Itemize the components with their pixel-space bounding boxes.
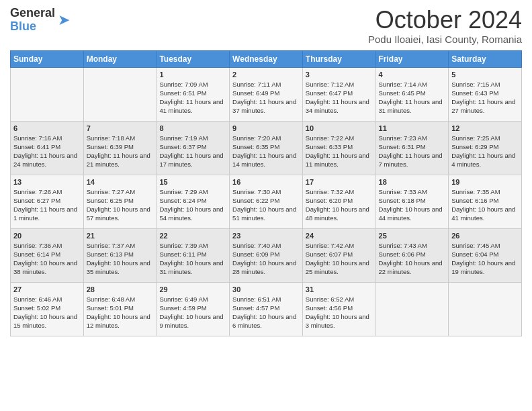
header-saturday: Saturday — [449, 50, 522, 67]
day-info: Sunrise: 7:33 AMSunset: 6:18 PMDaylight:… — [379, 187, 446, 223]
calendar-cell — [11, 67, 84, 121]
header: General Blue ➤ October 2024 Podu Iloaiei… — [10, 7, 522, 45]
day-number: 4 — [379, 71, 446, 79]
day-info: Sunrise: 7:37 AMSunset: 6:13 PMDaylight:… — [87, 241, 154, 277]
calendar-cell: 26Sunrise: 7:45 AMSunset: 6:04 PMDayligh… — [449, 228, 522, 282]
day-info: Sunrise: 7:18 AMSunset: 6:39 PMDaylight:… — [87, 134, 154, 169]
location-text: Podu Iloaiei, Iasi County, Romania — [368, 34, 522, 45]
day-info: Sunrise: 6:51 AMSunset: 4:57 PMDaylight:… — [232, 295, 300, 330]
day-info: Sunrise: 7:16 AMSunset: 6:41 PMDaylight:… — [13, 134, 81, 169]
day-info: Sunrise: 7:30 AMSunset: 6:22 PMDaylight:… — [232, 187, 300, 223]
day-info: Sunrise: 7:42 AMSunset: 6:07 PMDaylight:… — [306, 241, 373, 277]
calendar-cell: 24Sunrise: 7:42 AMSunset: 6:07 PMDayligh… — [302, 228, 375, 282]
calendar-cell: 21Sunrise: 7:37 AMSunset: 6:13 PMDayligh… — [83, 228, 157, 282]
day-info: Sunrise: 7:23 AMSunset: 6:31 PMDaylight:… — [379, 134, 446, 169]
calendar-cell: 12Sunrise: 7:25 AMSunset: 6:29 PMDayligh… — [449, 121, 522, 175]
logo-blue-text: Blue — [10, 19, 36, 33]
week-row-1: 1Sunrise: 7:09 AMSunset: 6:51 PMDaylight… — [11, 67, 522, 121]
calendar-cell: 10Sunrise: 7:22 AMSunset: 6:33 PMDayligh… — [302, 121, 375, 175]
calendar-cell: 23Sunrise: 7:40 AMSunset: 6:09 PMDayligh… — [230, 228, 303, 282]
day-info: Sunrise: 7:35 AMSunset: 6:16 PMDaylight:… — [451, 187, 519, 223]
day-number: 6 — [13, 124, 81, 132]
calendar-cell: 31Sunrise: 6:52 AMSunset: 4:56 PMDayligh… — [302, 282, 375, 336]
day-number: 8 — [159, 124, 226, 132]
day-number: 11 — [379, 124, 446, 132]
day-number: 3 — [306, 71, 373, 79]
day-number: 14 — [87, 178, 154, 186]
calendar-cell — [83, 67, 157, 121]
day-number: 2 — [232, 71, 300, 79]
day-number: 17 — [306, 178, 373, 186]
day-info: Sunrise: 7:45 AMSunset: 6:04 PMDaylight:… — [451, 241, 519, 277]
week-row-3: 13Sunrise: 7:26 AMSunset: 6:27 PMDayligh… — [11, 175, 522, 228]
calendar-cell: 6Sunrise: 7:16 AMSunset: 6:41 PMDaylight… — [11, 121, 84, 175]
calendar-cell: 18Sunrise: 7:33 AMSunset: 6:18 PMDayligh… — [375, 175, 449, 228]
day-number: 28 — [87, 285, 154, 293]
main-container: General Blue ➤ October 2024 Podu Iloaiei… — [0, 0, 532, 343]
day-info: Sunrise: 7:39 AMSunset: 6:11 PMDaylight:… — [159, 241, 226, 277]
day-number: 23 — [232, 232, 300, 240]
month-title: October 2024 — [368, 7, 522, 34]
day-info: Sunrise: 7:26 AMSunset: 6:27 PMDaylight:… — [13, 187, 81, 223]
day-info: Sunrise: 7:36 AMSunset: 6:14 PMDaylight:… — [13, 241, 81, 277]
header-sunday: Sunday — [11, 50, 84, 67]
calendar-table: Sunday Monday Tuesday Wednesday Thursday… — [10, 50, 522, 336]
day-number: 21 — [87, 232, 154, 240]
calendar-cell: 20Sunrise: 7:36 AMSunset: 6:14 PMDayligh… — [11, 228, 84, 282]
day-info: Sunrise: 6:52 AMSunset: 4:56 PMDaylight:… — [306, 295, 373, 330]
calendar-cell: 5Sunrise: 7:15 AMSunset: 6:43 PMDaylight… — [449, 67, 522, 121]
calendar-cell: 28Sunrise: 6:48 AMSunset: 5:01 PMDayligh… — [83, 282, 157, 336]
day-number: 16 — [232, 178, 300, 186]
title-section: October 2024 Podu Iloaiei, Iasi County, … — [368, 7, 522, 45]
calendar-cell: 4Sunrise: 7:14 AMSunset: 6:45 PMDaylight… — [375, 67, 449, 121]
day-number: 29 — [159, 285, 226, 293]
day-info: Sunrise: 7:43 AMSunset: 6:06 PMDaylight:… — [379, 241, 446, 277]
calendar-cell: 11Sunrise: 7:23 AMSunset: 6:31 PMDayligh… — [375, 121, 449, 175]
day-info: Sunrise: 7:29 AMSunset: 6:24 PMDaylight:… — [159, 187, 226, 223]
week-row-5: 27Sunrise: 6:46 AMSunset: 5:02 PMDayligh… — [11, 282, 522, 336]
calendar-cell: 19Sunrise: 7:35 AMSunset: 6:16 PMDayligh… — [449, 175, 522, 228]
calendar-cell: 8Sunrise: 7:19 AMSunset: 6:37 PMDaylight… — [157, 121, 230, 175]
calendar-cell: 1Sunrise: 7:09 AMSunset: 6:51 PMDaylight… — [157, 67, 230, 121]
day-number: 20 — [13, 232, 81, 240]
day-number: 7 — [87, 124, 154, 132]
day-info: Sunrise: 7:27 AMSunset: 6:25 PMDaylight:… — [87, 187, 154, 223]
calendar-cell: 22Sunrise: 7:39 AMSunset: 6:11 PMDayligh… — [157, 228, 230, 282]
calendar-cell: 25Sunrise: 7:43 AMSunset: 6:06 PMDayligh… — [375, 228, 449, 282]
day-info: Sunrise: 7:40 AMSunset: 6:09 PMDaylight:… — [232, 241, 300, 277]
day-number: 13 — [13, 178, 81, 186]
day-number: 19 — [451, 178, 519, 186]
calendar-cell: 7Sunrise: 7:18 AMSunset: 6:39 PMDaylight… — [83, 121, 157, 175]
day-number: 25 — [379, 232, 446, 240]
calendar-cell — [375, 282, 449, 336]
week-row-4: 20Sunrise: 7:36 AMSunset: 6:14 PMDayligh… — [11, 228, 522, 282]
day-number: 18 — [379, 178, 446, 186]
calendar-cell: 29Sunrise: 6:49 AMSunset: 4:59 PMDayligh… — [157, 282, 230, 336]
day-info: Sunrise: 7:12 AMSunset: 6:47 PMDaylight:… — [306, 80, 373, 116]
day-number: 12 — [451, 124, 519, 132]
calendar-cell: 2Sunrise: 7:11 AMSunset: 6:49 PMDaylight… — [230, 67, 303, 121]
day-info: Sunrise: 7:19 AMSunset: 6:37 PMDaylight:… — [159, 134, 226, 169]
day-number: 31 — [306, 285, 373, 293]
header-thursday: Thursday — [302, 50, 375, 67]
calendar-cell: 30Sunrise: 6:51 AMSunset: 4:57 PMDayligh… — [230, 282, 303, 336]
day-number: 1 — [159, 71, 226, 79]
day-info: Sunrise: 7:11 AMSunset: 6:49 PMDaylight:… — [232, 80, 300, 116]
logo-bird-icon: ➤ — [58, 11, 70, 29]
calendar-cell: 17Sunrise: 7:32 AMSunset: 6:20 PMDayligh… — [302, 175, 375, 228]
calendar-cell: 3Sunrise: 7:12 AMSunset: 6:47 PMDaylight… — [302, 67, 375, 121]
day-info: Sunrise: 7:14 AMSunset: 6:45 PMDaylight:… — [379, 80, 446, 116]
day-info: Sunrise: 6:46 AMSunset: 5:02 PMDaylight:… — [13, 295, 81, 330]
header-monday: Monday — [83, 50, 157, 67]
day-info: Sunrise: 6:48 AMSunset: 5:01 PMDaylight:… — [87, 295, 154, 330]
day-number: 5 — [451, 71, 519, 79]
day-number: 10 — [306, 124, 373, 132]
calendar-cell: 27Sunrise: 6:46 AMSunset: 5:02 PMDayligh… — [11, 282, 84, 336]
header-tuesday: Tuesday — [157, 50, 230, 67]
day-info: Sunrise: 7:25 AMSunset: 6:29 PMDaylight:… — [451, 134, 519, 169]
day-number: 22 — [159, 232, 226, 240]
day-number: 27 — [13, 285, 81, 293]
day-number: 26 — [451, 232, 519, 240]
calendar-cell: 16Sunrise: 7:30 AMSunset: 6:22 PMDayligh… — [230, 175, 303, 228]
day-info: Sunrise: 7:32 AMSunset: 6:20 PMDaylight:… — [306, 187, 373, 223]
